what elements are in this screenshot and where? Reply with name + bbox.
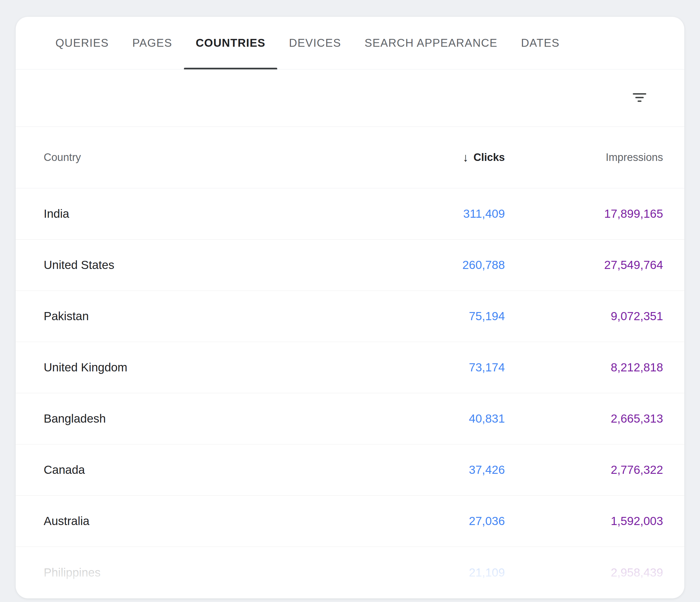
- table-row-australia[interactable]: Australia 27,036 1,592,003: [16, 496, 684, 547]
- table-body: India 311,409 17,899,165 United States 2…: [16, 188, 684, 598]
- impressions-cell: 2,958,439: [505, 566, 663, 579]
- table-row-canada[interactable]: Canada 37,426 2,776,322: [16, 444, 684, 496]
- report-tab-bar: QUERIES PAGES COUNTRIES DEVICES SEARCH A…: [16, 17, 684, 70]
- impressions-cell: 2,665,313: [505, 412, 663, 425]
- impressions-header-label: Impressions: [606, 151, 663, 163]
- country-cell: United States: [44, 258, 379, 272]
- tab-search-appearance[interactable]: SEARCH APPEARANCE: [353, 17, 509, 69]
- impressions-cell: 1,592,003: [505, 515, 663, 528]
- table-row-philippines[interactable]: Philippines 21,109 2,958,439: [16, 547, 684, 598]
- clicks-cell: 27,036: [379, 515, 505, 528]
- impressions-cell: 9,072,351: [505, 310, 663, 323]
- clicks-cell: 40,831: [379, 412, 505, 425]
- table-header-row: Country ↓ Clicks Impressions: [16, 127, 684, 188]
- country-cell: United Kingdom: [44, 361, 379, 374]
- clicks-cell: 73,174: [379, 361, 505, 374]
- tab-dates[interactable]: DATES: [509, 17, 572, 69]
- tab-search-appearance-label: SEARCH APPEARANCE: [365, 37, 498, 49]
- clicks-cell: 21,109: [379, 566, 505, 579]
- tab-pages-label: PAGES: [132, 37, 172, 49]
- table-row-united-states[interactable]: United States 260,788 27,549,764: [16, 240, 684, 291]
- table-row-united-kingdom[interactable]: United Kingdom 73,174 8,212,818: [16, 342, 684, 393]
- clicks-cell: 260,788: [379, 258, 505, 272]
- impressions-cell: 8,212,818: [505, 361, 663, 374]
- tab-dates-label: DATES: [521, 37, 560, 49]
- impressions-cell: 27,549,764: [505, 258, 663, 272]
- impressions-cell: 2,776,322: [505, 463, 663, 477]
- tab-pages[interactable]: PAGES: [121, 17, 184, 69]
- tab-devices-label: DEVICES: [289, 37, 341, 49]
- country-cell: Canada: [44, 463, 379, 477]
- filter-button[interactable]: [628, 87, 651, 109]
- sort-arrow-down-icon: ↓: [462, 151, 469, 164]
- table-toolbar: [16, 70, 684, 127]
- country-cell: Pakistan: [44, 310, 379, 323]
- filter-icon: [633, 92, 646, 104]
- clicks-cell: 37,426: [379, 463, 505, 477]
- tab-countries[interactable]: COUNTRIES: [184, 17, 277, 69]
- tab-queries-label: QUERIES: [55, 37, 109, 49]
- table-row-india[interactable]: India 311,409 17,899,165: [16, 188, 684, 240]
- clicks-header-label: Clicks: [474, 151, 505, 163]
- clicks-cell: 311,409: [379, 207, 505, 220]
- impressions-cell: 17,899,165: [505, 207, 663, 220]
- column-header-impressions[interactable]: Impressions: [505, 151, 663, 163]
- performance-report-card: QUERIES PAGES COUNTRIES DEVICES SEARCH A…: [16, 17, 684, 598]
- column-header-clicks[interactable]: ↓ Clicks: [379, 151, 505, 164]
- table-row-pakistan[interactable]: Pakistan 75,194 9,072,351: [16, 291, 684, 342]
- country-cell: Philippines: [44, 566, 379, 579]
- country-cell: Australia: [44, 515, 379, 528]
- country-header-label: Country: [44, 151, 81, 163]
- tab-devices[interactable]: DEVICES: [277, 17, 353, 69]
- country-cell: Bangladesh: [44, 412, 379, 425]
- column-header-country[interactable]: Country: [44, 151, 379, 163]
- country-cell: India: [44, 207, 379, 220]
- table-row-bangladesh[interactable]: Bangladesh 40,831 2,665,313: [16, 393, 684, 444]
- clicks-cell: 75,194: [379, 310, 505, 323]
- tab-queries[interactable]: QUERIES: [44, 17, 121, 69]
- tab-countries-label: COUNTRIES: [196, 37, 266, 49]
